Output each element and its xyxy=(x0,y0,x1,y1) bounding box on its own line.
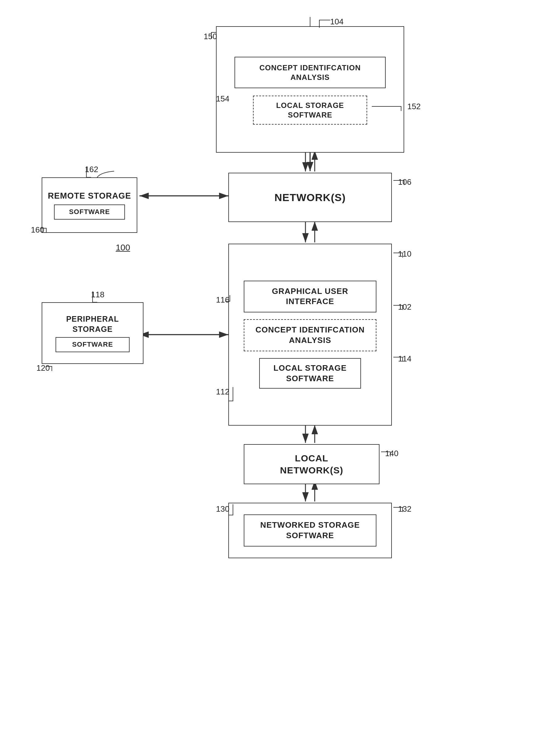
local-network-box: LOCAL NETWORK(S) xyxy=(244,444,380,484)
ref-106: 106 xyxy=(398,177,411,187)
ref-104: 104 xyxy=(330,17,343,26)
ref-152: 152 xyxy=(407,102,421,111)
ref-154: 154 xyxy=(216,94,229,104)
ref-112: 112 xyxy=(216,387,229,396)
gui-label: GRAPHICAL USER INTERFACE xyxy=(272,287,348,306)
peripheral-storage-software-inner: SOFTWARE xyxy=(56,337,129,352)
remote-storage-software-label: SOFTWARE xyxy=(69,208,110,216)
peripheral-storage-software-label: SOFTWARE xyxy=(72,341,113,348)
concept-id-analysis-cloud-inner: CONCEPT IDENTIFCATION ANALYSIS xyxy=(235,57,386,88)
diagram-container: CONCEPT IDENTIFCATION ANALYSIS LOCAL STO… xyxy=(0,0,560,755)
local-storage-cloud-inner: LOCAL STORAGE SOFTWARE xyxy=(253,96,367,125)
ref-100: 100 xyxy=(116,243,130,252)
concept-id-main-inner: CONCEPT IDENTIFCATION ANALYSIS xyxy=(244,319,376,351)
main-device-box: GRAPHICAL USER INTERFACE CONCEPT IDENTIF… xyxy=(228,244,392,426)
local-storage-main-label: LOCAL STORAGE SOFTWARE xyxy=(273,363,346,383)
ref-114: 114 xyxy=(398,354,411,364)
ref-130: 130 xyxy=(216,504,229,514)
local-storage-cloud-label: LOCAL STORAGE SOFTWARE xyxy=(276,101,344,119)
remote-storage-software-inner: SOFTWARE xyxy=(54,204,125,220)
ref-102: 102 xyxy=(398,302,411,312)
network-label: NETWORK(S) xyxy=(275,190,346,204)
peripheral-storage-box: PERIPHERAL STORAGE SOFTWARE xyxy=(42,302,143,364)
concept-id-analysis-cloud-label: CONCEPT IDENTIFCATION ANALYSIS xyxy=(259,63,361,81)
networked-storage-inner: NETWORKED STORAGE SOFTWARE xyxy=(244,514,376,547)
ref-116: 116 xyxy=(216,295,229,305)
gui-inner: GRAPHICAL USER INTERFACE xyxy=(244,281,376,313)
concept-id-main-label: CONCEPT IDENTIFCATION ANALYSIS xyxy=(256,325,365,345)
local-network-label: LOCAL NETWORK(S) xyxy=(280,452,343,476)
ref-162: 162 xyxy=(85,165,98,174)
remote-storage-box: REMOTE STORAGE SOFTWARE xyxy=(42,177,137,233)
peripheral-storage-text: PERIPHERAL STORAGE xyxy=(46,314,139,334)
networked-storage-box: NETWORKED STORAGE SOFTWARE xyxy=(228,503,392,558)
ref-118: 120 xyxy=(36,363,50,373)
ref-140: 140 xyxy=(385,449,398,458)
ref-120: 118 xyxy=(91,290,104,300)
ref-150: 150 xyxy=(204,32,217,41)
ref-110: 110 xyxy=(398,249,411,259)
cloud-device-box: CONCEPT IDENTIFCATION ANALYSIS LOCAL STO… xyxy=(216,26,404,153)
networked-storage-label: NETWORKED STORAGE SOFTWARE xyxy=(260,520,360,540)
remote-storage-text: REMOTE STORAGE xyxy=(48,190,131,201)
local-storage-main-inner: LOCAL STORAGE SOFTWARE xyxy=(259,358,361,389)
ref-160: 160 xyxy=(31,225,44,235)
network-box: NETWORK(S) xyxy=(228,173,392,222)
ref-132: 132 xyxy=(398,504,411,514)
